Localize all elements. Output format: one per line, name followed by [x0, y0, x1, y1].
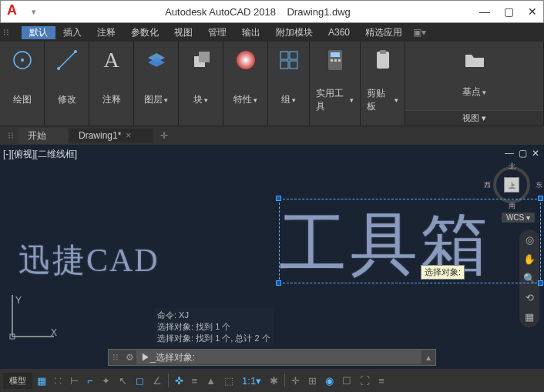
- tab-featured[interactable]: 精选应用: [358, 26, 410, 39]
- svg-rect-13: [331, 52, 340, 57]
- svg-line-2: [59, 52, 76, 69]
- snap-icon[interactable]: ⸬: [51, 372, 65, 389]
- zoom-icon[interactable]: 🔍: [523, 273, 536, 284]
- command-history: 命令: XJ 选择对象: 找到 1 个 选择对象: 找到 1 个, 总计 2 个: [154, 308, 274, 346]
- tabs-handle-icon[interactable]: ⁝⁝: [3, 130, 18, 141]
- panel-modify[interactable]: 修改: [45, 42, 89, 126]
- command-input[interactable]: [136, 350, 421, 364]
- panel-properties[interactable]: 特性▾: [223, 42, 268, 126]
- tab-parametric[interactable]: 参数化: [123, 26, 166, 39]
- text-icon: A: [98, 46, 126, 74]
- view-cube[interactable]: 上 北 南 西 东: [490, 163, 536, 209]
- menu-handle-icon[interactable]: ⁝⁝: [3, 27, 22, 38]
- grid-icon[interactable]: ▦: [33, 373, 50, 389]
- ribbon-tabs: ⁝⁝ 默认 插入 注释 参数化 视图 管理 输出 附加模块 A360 精选应用 …: [0, 23, 544, 42]
- tab-close-icon[interactable]: ×: [126, 130, 131, 141]
- svg-rect-15: [334, 59, 337, 62]
- tooltip: 选择对象:: [421, 265, 465, 280]
- layers-icon: [143, 46, 170, 74]
- document-tabs: ⁝⁝ 开始 Drawing1*× ✛: [0, 126, 544, 145]
- tab-output[interactable]: 输出: [234, 26, 268, 39]
- wcs-label[interactable]: WCS ▾: [502, 213, 535, 223]
- panel-layers[interactable]: 图层▾: [134, 42, 179, 126]
- title-bar: A ▾ Autodesk AutoCAD 2018 Drawing1.dwg ―…: [0, 0, 544, 23]
- tab-overflow-icon[interactable]: ▣▾: [410, 27, 429, 38]
- cmdline-history-icon[interactable]: ▴: [421, 352, 435, 363]
- otrack-icon[interactable]: ∠: [149, 373, 166, 389]
- app-logo: A: [7, 2, 25, 21]
- model-tab[interactable]: 模型: [3, 373, 32, 389]
- ortho-icon[interactable]: ⌐: [83, 373, 97, 389]
- svg-rect-6: [199, 52, 210, 62]
- tab-addins[interactable]: 附加模块: [268, 26, 321, 39]
- svg-rect-17: [377, 52, 389, 69]
- clean-icon[interactable]: ⛶: [356, 373, 374, 389]
- ribbon: 绘图 修改 A 注释 图层▾ 块▾ 特性▾ 组▾ 实用工具▾ 剪贴板▾ 基点▾ …: [0, 42, 544, 126]
- folder-icon: [461, 46, 489, 74]
- maximize-button[interactable]: ▢: [504, 5, 514, 18]
- svg-point-4: [74, 50, 77, 53]
- svg-rect-16: [338, 59, 341, 62]
- status-bar: 模型 ▦ ⸬ ⊢ ⌐ ✦ ↖ ◻ ∠ ✜ ≡ ▲ ⬚ 1:1▾ ✱ ✛ ⊞ ◉ …: [0, 369, 544, 392]
- polar-icon[interactable]: ✦: [98, 373, 114, 389]
- canvas-text-1[interactable]: 迅捷CAD: [18, 239, 160, 282]
- annoscale-icon[interactable]: 1:1▾: [238, 373, 265, 389]
- command-line[interactable]: ⁝⁝ ⚙ ▴: [108, 349, 436, 366]
- tab-manage[interactable]: 管理: [200, 26, 234, 39]
- viewport-minimize-icon[interactable]: —: [505, 148, 514, 159]
- cmdline-handle-icon[interactable]: ⁝⁝: [109, 352, 123, 363]
- cmdline-settings-icon[interactable]: ⚙: [123, 352, 136, 363]
- panel-draw[interactable]: 绘图: [0, 42, 45, 126]
- svg-rect-10: [280, 61, 288, 69]
- new-tab-button[interactable]: ✛: [154, 130, 174, 141]
- panel-footer[interactable]: 视图 ▾: [405, 110, 543, 126]
- modify-icon: [53, 46, 81, 74]
- svg-point-7: [237, 51, 255, 69]
- tab-start[interactable]: 开始: [18, 128, 68, 144]
- calculator-icon: [321, 46, 349, 74]
- viewport-maximize-icon[interactable]: ▢: [519, 148, 527, 159]
- annotation-icon[interactable]: ✱: [266, 373, 282, 389]
- orbit-icon[interactable]: ⟲: [526, 292, 534, 303]
- customize-icon[interactable]: ≡: [374, 373, 388, 389]
- panel-base[interactable]: 基点▾ 视图 ▾: [405, 42, 544, 126]
- navigation-bar[interactable]: ◎ ✋ 🔍 ⟲ ▦: [519, 230, 539, 327]
- pan-icon[interactable]: ✋: [523, 253, 536, 265]
- cycling-icon[interactable]: ⬚: [220, 373, 237, 389]
- svg-rect-18: [380, 50, 386, 54]
- transparency-icon[interactable]: ▲: [202, 373, 220, 389]
- svg-point-1: [21, 59, 24, 62]
- viewport-close-icon[interactable]: ✕: [532, 148, 539, 159]
- tab-default[interactable]: 默认: [22, 26, 55, 39]
- osnap-icon[interactable]: ◻: [132, 373, 148, 389]
- tab-insert[interactable]: 插入: [55, 26, 89, 39]
- viewport-label[interactable]: [-][俯视][二维线框]: [3, 148, 77, 161]
- tab-view[interactable]: 视图: [166, 26, 200, 39]
- tab-drawing1[interactable]: Drawing1*×: [69, 129, 153, 142]
- workspace-icon[interactable]: ✛: [287, 373, 304, 389]
- dyn-input-icon[interactable]: ✜: [171, 373, 187, 389]
- panel-group[interactable]: 组▾: [268, 42, 310, 126]
- panel-utilities[interactable]: 实用工具▾: [310, 42, 361, 126]
- isolate-icon[interactable]: ◉: [321, 373, 337, 389]
- iso-icon[interactable]: ↖: [115, 373, 131, 389]
- lineweight-icon[interactable]: ≡: [188, 373, 202, 389]
- close-button[interactable]: ✕: [528, 5, 537, 18]
- tab-a360[interactable]: A360: [321, 27, 358, 38]
- hardware-icon[interactable]: ☐: [338, 373, 355, 389]
- panel-block[interactable]: 块▾: [179, 42, 223, 126]
- minimize-button[interactable]: ―: [479, 5, 490, 18]
- svg-rect-11: [290, 61, 297, 69]
- svg-rect-9: [290, 52, 297, 59]
- panel-clipboard[interactable]: 剪贴板▾: [361, 42, 405, 126]
- panel-annotate[interactable]: A 注释: [89, 42, 134, 126]
- show-motion-icon[interactable]: ▦: [525, 311, 534, 323]
- window-title: Autodesk AutoCAD 2018 Drawing1.dwg: [36, 6, 479, 18]
- infer-icon[interactable]: ⊢: [66, 373, 82, 389]
- circle-icon: [8, 46, 36, 74]
- tab-annotate[interactable]: 注释: [89, 26, 123, 39]
- svg-rect-14: [331, 59, 333, 62]
- drawing-canvas[interactable]: [-][俯视][二维线框] — ▢ ✕ 上 北 南 西 东 WCS ▾ ◎ ✋ …: [0, 145, 544, 369]
- monitor-icon[interactable]: ⊞: [304, 373, 321, 389]
- steering-wheel-icon[interactable]: ◎: [526, 234, 534, 246]
